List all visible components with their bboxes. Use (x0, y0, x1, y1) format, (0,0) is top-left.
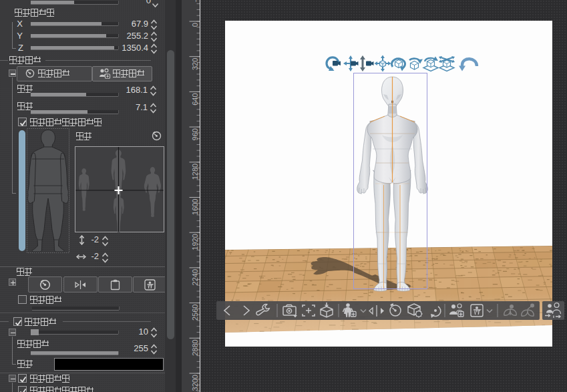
svg-text:640: 640 (191, 93, 199, 105)
svg-text:2560: 2560 (191, 305, 199, 321)
svg-text:3200: 3200 (191, 375, 199, 391)
svg-text:-320: -320 (191, 0, 199, 2)
svg-text:1920: 1920 (191, 234, 199, 250)
svg-text:2880: 2880 (191, 339, 199, 355)
svg-text:1600: 1600 (191, 199, 199, 215)
svg-text:1280: 1280 (191, 164, 199, 180)
svg-text:320: 320 (191, 58, 199, 70)
svg-text:0: 0 (191, 23, 199, 27)
svg-text:2240: 2240 (191, 269, 199, 285)
svg-text:960: 960 (191, 128, 199, 140)
